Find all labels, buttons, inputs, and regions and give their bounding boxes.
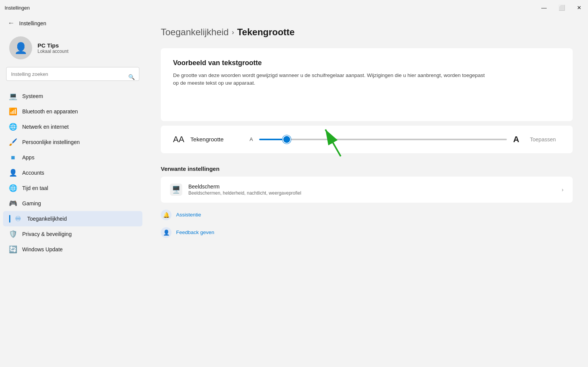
fontsize-slider-container bbox=[259, 139, 507, 140]
apply-button[interactable]: Toepassen bbox=[525, 134, 560, 145]
feedback-label[interactable]: Feedback geven bbox=[176, 229, 214, 235]
feedback-icon: 👤 bbox=[161, 227, 172, 238]
window-controls: — ⬜ ✕ bbox=[535, 0, 588, 15]
sidebar-item-label: Netwerk en internet bbox=[22, 124, 69, 130]
user-icon: 👤 bbox=[14, 42, 28, 54]
sidebar-item-update[interactable]: 🔄 Windows Update bbox=[3, 242, 142, 257]
accounts-icon: 👤 bbox=[9, 169, 17, 177]
sidebar-item-tijd[interactable]: 🌐 Tijd en taal bbox=[3, 180, 142, 196]
netwerk-icon: 🌐 bbox=[9, 123, 17, 131]
sidebar-item-label: Systeem bbox=[22, 93, 43, 99]
fontsize-a-large: A bbox=[513, 134, 519, 144]
sidebar-item-toegankelijkheid[interactable]: ♾ Toegankelijkheid bbox=[3, 211, 142, 226]
related-links: 🔔 Assistentie 👤 Feedback geven bbox=[161, 204, 573, 243]
fontsize-a-small: A bbox=[250, 136, 253, 142]
sidebar-item-accounts[interactable]: 👤 Accounts bbox=[3, 165, 142, 180]
fontsize-section: AA Tekengrootte A A Toepassen bbox=[161, 126, 573, 153]
minimize-button[interactable]: — bbox=[535, 0, 553, 15]
fontsize-label-group: AA Tekengrootte bbox=[173, 134, 250, 144]
breadcrumb-current: Tekengrootte bbox=[237, 27, 294, 38]
breadcrumb: Toegankelijkheid › Tekengrootte bbox=[161, 27, 573, 38]
active-indicator bbox=[9, 215, 10, 223]
fontsize-aa-icon: AA bbox=[173, 134, 184, 144]
user-name: PC Tips bbox=[38, 42, 69, 49]
avatar: 👤 bbox=[9, 36, 32, 59]
assistentie-icon: 🔔 bbox=[161, 210, 172, 220]
sidebar-item-bluetooth[interactable]: 📶 Bluetooth en apparaten bbox=[3, 104, 142, 119]
preview-title: Voorbeeld van tekstgrootte bbox=[173, 59, 560, 67]
search-icon: 🔍 bbox=[128, 74, 135, 80]
sidebar-item-systeem[interactable]: 💻 Systeem bbox=[3, 88, 142, 104]
sidebar-item-label: Persoonlijke instellingen bbox=[22, 139, 80, 145]
preview-description: De grootte van deze woorden wordt gewijz… bbox=[173, 72, 487, 87]
apps-icon: ■ bbox=[9, 154, 17, 161]
sidebar-item-label: Bluetooth en apparaten bbox=[22, 108, 78, 115]
related-section-title: Verwante instellingen bbox=[161, 158, 573, 177]
persoonlijk-icon: 🖌️ bbox=[9, 138, 17, 146]
beeldscherm-text: Beeldscherm Beeldschermen, helderheid, n… bbox=[188, 184, 555, 196]
feedback-link[interactable]: 👤 Feedback geven bbox=[161, 225, 573, 240]
user-profile[interactable]: 👤 PC Tips Lokaal account bbox=[0, 29, 145, 67]
sidebar-item-label: Accounts bbox=[22, 170, 44, 176]
sidebar-item-privacy[interactable]: 🛡️ Privacy & beveiliging bbox=[3, 226, 142, 242]
systeem-icon: 💻 bbox=[9, 92, 17, 100]
titlebar: Instellingen — ⬜ ✕ bbox=[0, 0, 588, 15]
sidebar: ← Instellingen 👤 PC Tips Lokaal account … bbox=[0, 15, 145, 367]
fontsize-slider[interactable] bbox=[259, 139, 507, 140]
privacy-icon: 🛡️ bbox=[9, 230, 17, 238]
beeldscherm-icon: 🖥️ bbox=[170, 184, 182, 196]
sidebar-item-label: Apps bbox=[22, 154, 34, 161]
sidebar-item-label: Privacy & beveiliging bbox=[22, 231, 72, 237]
toegankelijkheid-icon: ♾ bbox=[14, 215, 22, 223]
sidebar-title: Instellingen bbox=[19, 20, 46, 26]
fontsize-label: Tekengrootte bbox=[190, 136, 224, 143]
sidebar-item-persoonlijk[interactable]: 🖌️ Persoonlijke instellingen bbox=[3, 134, 142, 150]
app-title: Instellingen bbox=[5, 5, 30, 11]
sidebar-item-label: Toegankelijkheid bbox=[27, 216, 67, 222]
main-window: ← Instellingen 👤 PC Tips Lokaal account … bbox=[0, 15, 588, 367]
close-button[interactable]: ✕ bbox=[570, 0, 588, 15]
gaming-icon: 🎮 bbox=[9, 200, 17, 207]
sidebar-item-netwerk[interactable]: 🌐 Netwerk en internet bbox=[3, 119, 142, 134]
update-icon: 🔄 bbox=[9, 246, 17, 253]
fontsize-controls: A A Toepassen bbox=[250, 134, 560, 145]
search-input[interactable] bbox=[6, 67, 139, 81]
back-button[interactable]: ← bbox=[6, 18, 16, 29]
sidebar-item-apps[interactable]: ■ Apps bbox=[3, 150, 142, 165]
fontsize-card: AA Tekengrootte A A Toepassen bbox=[161, 126, 573, 153]
nav-items: 💻 Systeem 📶 Bluetooth en apparaten 🌐 Net… bbox=[0, 87, 145, 367]
maximize-button[interactable]: ⬜ bbox=[553, 0, 570, 15]
sidebar-item-label: Gaming bbox=[22, 200, 41, 206]
assistentie-link[interactable]: 🔔 Assistentie bbox=[161, 207, 573, 223]
sidebar-item-label: Tijd en taal bbox=[22, 185, 48, 191]
breadcrumb-parent[interactable]: Toegankelijkheid bbox=[161, 27, 229, 38]
breadcrumb-chevron-icon: › bbox=[232, 28, 234, 36]
beeldscherm-description: Beeldschermen, helderheid, nachtlicht, w… bbox=[188, 190, 555, 196]
beeldscherm-title: Beeldscherm bbox=[188, 184, 555, 190]
user-account-type: Lokaal account bbox=[38, 49, 69, 54]
search-container: 🔍 bbox=[0, 67, 145, 87]
chevron-right-icon: › bbox=[562, 187, 564, 193]
sidebar-item-gaming[interactable]: 🎮 Gaming bbox=[3, 196, 142, 211]
tijd-icon: 🌐 bbox=[9, 184, 17, 192]
user-info: PC Tips Lokaal account bbox=[38, 42, 69, 54]
assistentie-label[interactable]: Assistentie bbox=[176, 212, 201, 218]
sidebar-item-label: Windows Update bbox=[22, 246, 63, 252]
bluetooth-icon: 📶 bbox=[9, 108, 17, 115]
preview-card: Voorbeeld van tekstgrootte De grootte va… bbox=[161, 48, 573, 121]
main-content: Toegankelijkheid › Tekengrootte Voorbeel… bbox=[145, 15, 588, 367]
beeldscherm-setting-row[interactable]: 🖥️ Beeldscherm Beeldschermen, helderheid… bbox=[161, 177, 573, 203]
